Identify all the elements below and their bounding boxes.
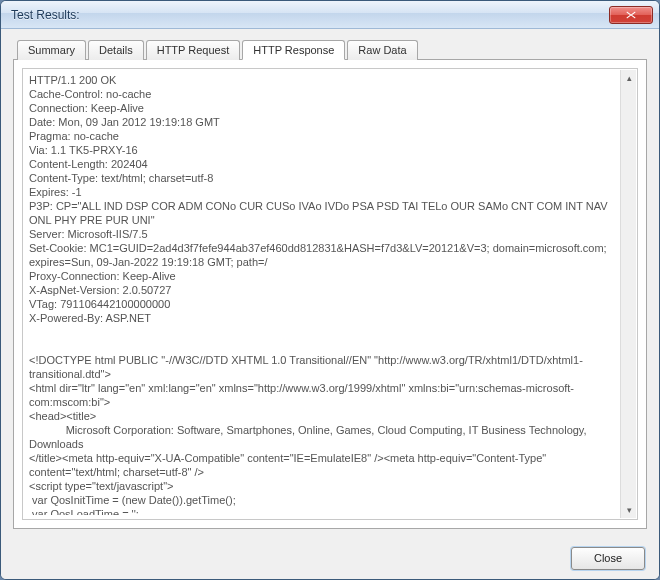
window-close-button[interactable]: [609, 6, 653, 24]
dialog-footer: Close: [1, 537, 659, 579]
tab-panel: HTTP/1.1 200 OK Cache-Control: no-cache …: [13, 59, 647, 529]
scroll-down-arrow[interactable]: ▾: [621, 502, 637, 518]
response-viewer: HTTP/1.1 200 OK Cache-Control: no-cache …: [22, 68, 638, 520]
tab-summary[interactable]: Summary: [17, 40, 86, 60]
close-icon: [626, 11, 636, 19]
response-body-text[interactable]: HTTP/1.1 200 OK Cache-Control: no-cache …: [29, 73, 619, 515]
tab-raw-data[interactable]: Raw Data: [347, 40, 417, 60]
tab-strip: Summary Details HTTP Request HTTP Respon…: [17, 39, 647, 59]
titlebar: Test Results:: [1, 1, 659, 29]
close-button[interactable]: Close: [571, 547, 645, 570]
content-area: Summary Details HTTP Request HTTP Respon…: [1, 29, 659, 537]
tab-http-response[interactable]: HTTP Response: [242, 40, 345, 60]
scroll-up-arrow[interactable]: ▴: [621, 70, 637, 86]
tab-http-request[interactable]: HTTP Request: [146, 40, 241, 60]
window-title: Test Results:: [11, 8, 609, 22]
tab-details[interactable]: Details: [88, 40, 144, 60]
dialog-window: Test Results: Summary Details HTTP Reque…: [0, 0, 660, 580]
vertical-scrollbar[interactable]: ▴ ▾: [620, 70, 636, 518]
